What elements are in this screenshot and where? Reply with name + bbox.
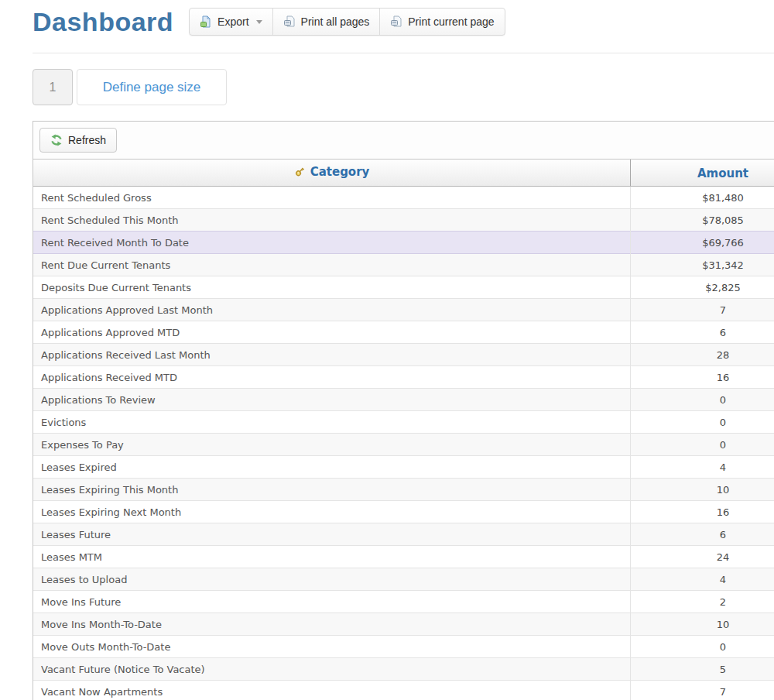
category-cell: Expenses To Pay <box>33 434 631 456</box>
category-cell: Leases MTM <box>33 546 631 568</box>
category-cell: Move Outs Month-To-Date <box>33 636 631 658</box>
category-cell: Deposits Due Current Tenants <box>33 276 631 299</box>
table-row[interactable]: Applications To Review 0 <box>33 389 774 411</box>
refresh-button-label: Refresh <box>68 134 106 146</box>
printer-page-icon <box>283 15 296 28</box>
table-row[interactable]: Vacant Now Apartments 7 <box>33 681 774 700</box>
printer-page-icon <box>390 15 402 28</box>
amount-cell: 6 <box>631 321 774 344</box>
amount-cell: 28 <box>631 344 774 366</box>
grid-toolbar: Refresh <box>33 122 774 160</box>
category-column-label: Category <box>310 165 370 179</box>
category-cell: Leases Expiring This Month <box>33 479 631 501</box>
print-all-pages-label: Print all pages <box>301 15 370 28</box>
refresh-button[interactable]: Refresh <box>39 128 117 153</box>
table-row[interactable]: Vacant Future (Notice To Vacate) 5 <box>33 658 774 681</box>
amount-cell: 7 <box>631 681 774 700</box>
table-row[interactable]: Deposits Due Current Tenants $2,825 <box>33 276 774 299</box>
table-row[interactable]: Rent Scheduled This Month $78,085 <box>33 209 774 232</box>
amount-cell: 7 <box>631 299 774 321</box>
amount-column-label: Amount <box>697 166 748 180</box>
amount-cell: 0 <box>631 389 774 411</box>
table-row[interactable]: Move Outs Month-To-Date 0 <box>33 636 774 658</box>
table-row[interactable]: Evictions 0 <box>33 411 774 434</box>
amount-column-header[interactable]: Amount <box>631 160 774 187</box>
grid-body: Rent Scheduled Gross $81,480 Rent Schedu… <box>33 187 774 700</box>
export-button-label: Export <box>217 15 248 28</box>
amount-cell: 0 <box>631 411 774 434</box>
table-row[interactable]: Expenses To Pay 0 <box>33 434 774 456</box>
category-cell: Leases Expired <box>33 456 631 479</box>
dashboard-table: Category Amount Rent Scheduled Gross $81… <box>33 160 774 700</box>
amount-cell: $31,342 <box>631 254 774 276</box>
table-row[interactable]: Applications Received MTD 16 <box>33 366 774 389</box>
table-row[interactable]: Leases MTM 24 <box>33 546 774 568</box>
category-cell: Evictions <box>33 411 631 434</box>
amount-cell: $78,085 <box>631 209 774 232</box>
category-cell: Move Ins Month-To-Date <box>33 613 631 636</box>
category-cell: Leases to Upload <box>33 568 631 591</box>
category-cell: Applications Approved MTD <box>33 321 631 344</box>
category-cell: Leases Future <box>33 523 631 546</box>
amount-cell: 4 <box>631 568 774 591</box>
table-row[interactable]: Rent Due Current Tenants $31,342 <box>33 254 774 276</box>
category-cell: Leases Expiring Next Month <box>33 501 631 523</box>
print-all-pages-button[interactable]: Print all pages <box>272 9 380 35</box>
amount-cell: 0 <box>631 636 774 658</box>
category-cell: Rent Scheduled This Month <box>33 209 631 232</box>
amount-cell: 6 <box>631 523 774 546</box>
category-cell: Applications Received Last Month <box>33 344 631 366</box>
category-cell: Move Ins Future <box>33 591 631 613</box>
page-header: Dashboard Export <box>33 6 774 37</box>
category-cell: Applications Received MTD <box>33 366 631 389</box>
table-row[interactable]: Rent Received Month To Date $69,766 <box>33 232 774 254</box>
amount-cell: 0 <box>631 434 774 456</box>
category-cell: Rent Received Month To Date <box>33 232 631 254</box>
category-cell: Vacant Future (Notice To Vacate) <box>33 658 631 681</box>
header-button-group: Export Print all pages <box>189 8 505 36</box>
export-document-icon <box>200 15 212 28</box>
pagination-bar: 1 Define page size <box>33 69 774 105</box>
table-row[interactable]: Leases to Upload 4 <box>33 568 774 591</box>
category-column-header[interactable]: Category <box>33 160 631 187</box>
key-icon <box>294 166 306 177</box>
table-header-row: Category Amount <box>33 160 774 187</box>
header-divider <box>33 53 774 53</box>
amount-cell: $2,825 <box>631 276 774 299</box>
table-row[interactable]: Move Ins Future 2 <box>33 591 774 613</box>
category-cell: Rent Due Current Tenants <box>33 254 631 276</box>
category-cell: Vacant Now Apartments <box>33 681 631 700</box>
table-row[interactable]: Applications Approved Last Month 7 <box>33 299 774 321</box>
category-cell: Rent Scheduled Gross <box>33 187 631 209</box>
define-page-size-button[interactable]: Define page size <box>77 69 227 105</box>
table-row[interactable]: Applications Received Last Month 28 <box>33 344 774 366</box>
amount-cell: 16 <box>631 366 774 389</box>
amount-cell: 10 <box>631 613 774 636</box>
amount-cell: $69,766 <box>631 232 774 254</box>
table-row[interactable]: Leases Expiring This Month 10 <box>33 479 774 501</box>
amount-cell: 16 <box>631 501 774 523</box>
table-row[interactable]: Applications Approved MTD 6 <box>33 321 774 344</box>
print-current-page-button[interactable]: Print current page <box>379 9 504 35</box>
dashboard-grid: Refresh <box>33 121 774 700</box>
table-row[interactable]: Leases Expired 4 <box>33 456 774 479</box>
table-row[interactable]: Leases Future 6 <box>33 523 774 546</box>
print-current-page-label: Print current page <box>408 15 494 28</box>
page-number-button[interactable]: 1 <box>33 69 73 105</box>
amount-cell: 24 <box>631 546 774 568</box>
page-title: Dashboard <box>33 6 173 37</box>
amount-cell: 5 <box>631 658 774 681</box>
category-cell: Applications To Review <box>33 389 631 411</box>
table-row[interactable]: Leases Expiring Next Month 16 <box>33 501 774 523</box>
amount-cell: 4 <box>631 456 774 479</box>
amount-cell: $81,480 <box>631 187 774 209</box>
export-button[interactable]: Export <box>190 9 272 35</box>
amount-cell: 2 <box>631 591 774 613</box>
amount-cell: 10 <box>631 479 774 501</box>
table-row[interactable]: Rent Scheduled Gross $81,480 <box>33 187 774 209</box>
dashboard-page: Dashboard Export <box>0 0 774 700</box>
category-cell: Applications Approved Last Month <box>33 299 631 321</box>
table-row[interactable]: Move Ins Month-To-Date 10 <box>33 613 774 636</box>
chevron-down-icon <box>256 20 262 24</box>
refresh-arrows-icon <box>50 134 63 146</box>
